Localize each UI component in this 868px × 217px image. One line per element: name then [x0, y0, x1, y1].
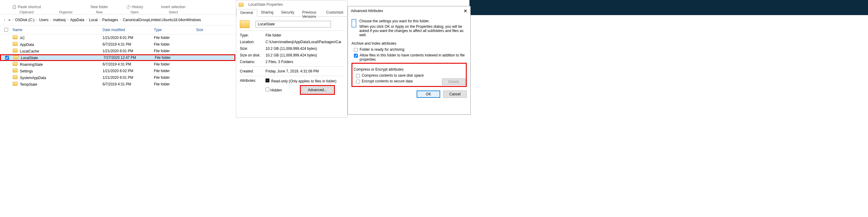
table-row[interactable]: TempState6/7/2019 4:31 PMFile folder — [0, 81, 235, 88]
ribbon-label-open: Open — [130, 10, 138, 14]
advanced-desc-2: When you click OK or Apply on the Proper… — [359, 25, 467, 37]
readonly-checkbox[interactable] — [266, 79, 270, 83]
advanced-attributes-dialog: Advanced Attributes ✕ Choose the setting… — [347, 6, 471, 115]
folder-icon — [13, 68, 18, 72]
ribbon-group-select: Invert selection Select — [161, 0, 186, 14]
ribbon-label-select: Select — [169, 10, 178, 14]
folder-icon — [13, 49, 18, 53]
compress-label: Compress contents to save disk space — [362, 73, 424, 78]
col-header-name[interactable]: Name — [12, 28, 102, 32]
crumb-user[interactable]: mattwoj — [53, 18, 65, 22]
file-date: 1/21/2020 6:02 PM — [102, 69, 154, 73]
tab-previous-versions[interactable]: Previous Versions — [298, 9, 322, 16]
details-button[interactable]: Details — [442, 79, 466, 85]
ok-button[interactable]: OK — [417, 91, 440, 98]
table-row[interactable]: LocalCache1/21/2020 6:01 PMFile folder — [0, 48, 235, 54]
folder-icon — [13, 42, 18, 46]
value-size-on-disk: 10.2 GB (11,008,999,424 bytes) — [266, 53, 317, 57]
row-checkbox[interactable] — [5, 56, 9, 60]
chevron-right-icon: › — [99, 18, 100, 22]
folder-icon — [13, 55, 19, 59]
history-icon: 🕑 — [126, 5, 131, 9]
ribbon-group-clipboard: 📋Paste shortcut Clipboard — [12, 0, 41, 14]
file-date: 6/7/2019 4:31 PM — [102, 62, 154, 66]
crumb-local[interactable]: Local — [89, 18, 98, 22]
encrypt-checkbox[interactable] — [356, 80, 360, 84]
file-type: File folder — [154, 75, 196, 80]
properties-titlebar: LocalState Properties — [236, 0, 347, 9]
chevron-right-icon: › — [51, 18, 51, 22]
encrypt-section-title: Compress or Encrypt attributes — [353, 67, 465, 71]
archive-ready-checkbox[interactable] — [354, 48, 358, 52]
nav-up-icon[interactable]: ↑ — [2, 17, 7, 23]
crumb-packages[interactable]: Packages — [102, 18, 118, 22]
history-button[interactable]: 🕑History — [126, 5, 143, 9]
table-row[interactable]: AC1/21/2020 6:01 PMFile folder — [0, 34, 235, 41]
ribbon-group-open: 🕑History Open — [126, 0, 143, 14]
file-type: File folder — [154, 42, 196, 46]
label-size: Size: — [240, 46, 266, 51]
chevron-right-icon: › — [67, 18, 68, 22]
table-row[interactable]: LocalState7/27/2020 12:47 PMFile folder — [0, 54, 235, 61]
advanced-titlebar: Advanced Attributes ✕ — [348, 6, 470, 16]
label-size-on-disk: Size on disk: — [240, 53, 266, 57]
advanced-desc-1: Choose the settings you want for this fo… — [359, 19, 467, 23]
file-type: File folder — [155, 56, 197, 60]
paste-icon: 📋 — [12, 5, 17, 9]
label-type: Type: — [240, 33, 266, 37]
paste-shortcut-button[interactable]: 📋Paste shortcut — [12, 5, 41, 9]
crumb-canonical[interactable]: CanonicalGroupLimited.Ubuntu18.04onWindo… — [123, 18, 201, 22]
allow-index-checkbox[interactable] — [354, 54, 358, 58]
label-contains: Contains: — [240, 60, 266, 64]
tab-customize[interactable]: Customize — [322, 9, 347, 16]
value-location: C:\Users\mattwoj\AppData\Local\Packages\… — [266, 40, 341, 44]
crumb-users[interactable]: Users — [39, 18, 48, 22]
col-header-size[interactable]: Size — [196, 28, 220, 32]
tab-general[interactable]: General — [236, 9, 257, 17]
breadcrumb[interactable]: ↑ «› OSDisk (C:)› Users› mattwoj› AppDat… — [0, 14, 235, 25]
ribbon-group-organize: Organize — [59, 0, 73, 14]
ribbon-label-clipboard: Clipboard — [19, 10, 33, 14]
folder-icon — [13, 75, 18, 79]
table-row[interactable]: Settings1/21/2020 6:02 PMFile folder — [0, 68, 235, 74]
new-folder-button[interactable]: New folder — [91, 5, 108, 9]
file-name: SystemAppData — [20, 76, 46, 80]
file-date: 1/21/2020 6:01 PM — [102, 49, 154, 53]
file-name: LocalState — [21, 56, 38, 60]
crumb-osdisk[interactable]: OSDisk (C:) — [15, 18, 34, 22]
file-name: RoamingState — [20, 62, 43, 67]
label-attributes: Attributes: — [240, 79, 266, 83]
chevron-right-icon: › — [36, 18, 37, 22]
chevron-right-icon: › — [12, 18, 13, 22]
compress-checkbox[interactable] — [356, 74, 360, 78]
close-icon[interactable]: ✕ — [463, 8, 467, 14]
background-strip — [469, 0, 868, 15]
advanced-button[interactable]: Advanced... — [301, 87, 333, 93]
tab-security[interactable]: Security — [277, 9, 298, 16]
crumb-appdata[interactable]: AppData — [70, 18, 85, 22]
col-header-date[interactable]: Date modified — [102, 28, 154, 32]
file-type: File folder — [154, 36, 196, 40]
archive-section-title: Archive and Index attributes — [351, 41, 467, 45]
tab-sharing[interactable]: Sharing — [257, 9, 277, 16]
folder-name-input[interactable] — [255, 21, 331, 28]
folder-large-icon — [240, 20, 249, 28]
value-contains: 2 Files, 3 Folders — [266, 60, 293, 64]
file-type: File folder — [154, 49, 196, 53]
table-row[interactable]: RoamingState6/7/2019 4:31 PMFile folder — [0, 61, 235, 68]
ribbon-group-new: New folder New — [91, 0, 108, 14]
table-row[interactable]: SystemAppData1/21/2020 6:01 PMFile folde… — [0, 74, 235, 81]
chevron-right-icon: › — [86, 18, 87, 22]
file-name: AC — [20, 36, 25, 40]
select-all-checkbox[interactable] — [4, 28, 8, 32]
ribbon: 📋Paste shortcut Clipboard Organize New f… — [0, 0, 235, 14]
hidden-checkbox[interactable] — [266, 88, 270, 91]
encrypt-label: Encrypt contents to secure data — [362, 79, 413, 84]
cancel-button[interactable]: Cancel — [443, 91, 467, 98]
col-header-type[interactable]: Type — [154, 28, 196, 32]
file-name: LocalCache — [20, 49, 39, 54]
crumb-root[interactable]: « — [8, 18, 10, 22]
table-row[interactable]: AppData6/7/2019 4:31 PMFile folder — [0, 41, 235, 48]
invert-selection-button[interactable]: Invert selection — [161, 5, 186, 9]
archive-ready-label: Folder is ready for archiving — [360, 48, 404, 52]
